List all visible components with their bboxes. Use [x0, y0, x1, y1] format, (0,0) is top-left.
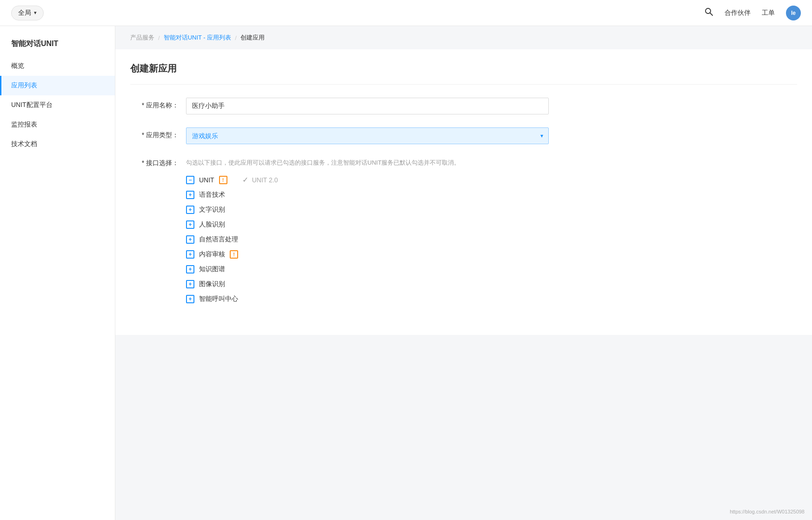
interface-unit-label: UNIT: [199, 176, 214, 184]
plus-icon-face[interactable]: +: [186, 220, 194, 229]
interface-voice-label: 语音技术: [199, 191, 225, 199]
interface-knowledge-label: 知识图谱: [199, 265, 225, 273]
partner-link[interactable]: 合作伙伴: [725, 9, 751, 17]
app-name-label: * 应用名称：: [130, 98, 186, 110]
interface-item-face: + 人脸识别: [186, 220, 549, 229]
app-name-row: * 应用名称：: [130, 98, 797, 114]
create-app-form: 创建新应用 * 应用名称： * 应用类型： 游戏娱乐 教育 金融: [115, 49, 812, 335]
main-content: 产品服务 / 智能对话UNIT - 应用列表 / 创建应用 创建新应用 * 应用…: [115, 26, 812, 520]
sidebar-item-monitor[interactable]: 监控报表: [0, 115, 115, 134]
breadcrumb-product[interactable]: 产品服务: [130, 33, 154, 42]
top-navigation: 全局 ▾ 合作伙伴 工单 Ie: [0, 0, 812, 26]
minus-icon-unit[interactable]: −: [186, 176, 194, 184]
svg-point-0: [706, 8, 711, 13]
interface-item-unit: − UNIT ! ✓ UNIT 2.0: [186, 175, 549, 184]
plus-icon-content[interactable]: +: [186, 250, 194, 259]
interface-item-voice: + 语音技术: [186, 191, 549, 199]
page-layout: 智能对话UNIT 概览 应用列表 UNIT配置平台 监控报表 技术文档 产品服务…: [0, 26, 812, 520]
interface-content-label: 内容审核: [199, 250, 225, 259]
app-name-input[interactable]: [186, 98, 549, 114]
app-type-control: 游戏娱乐 教育 金融 医疗 其他 ▾: [186, 127, 549, 144]
checkmark-icon: ✓: [242, 175, 248, 184]
workorder-link[interactable]: 工单: [762, 9, 775, 17]
interface-description: 勾选以下接口，使此应用可以请求已勾选的接口服务，注意智能对话UNIT服务已默认勾…: [186, 157, 549, 168]
app-type-row: * 应用类型： 游戏娱乐 教育 金融 医疗 其他 ▾: [130, 127, 797, 144]
user-avatar[interactable]: Ie: [786, 6, 801, 20]
chevron-down-icon: ▾: [34, 10, 37, 16]
interface-label: * 接口选择：: [130, 157, 186, 167]
interface-item-callcenter: + 智能呼叫中心: [186, 295, 549, 303]
global-selector[interactable]: 全局 ▾: [11, 6, 44, 20]
interface-item-unit-row: − UNIT ! ✓ UNIT 2.0: [186, 175, 549, 184]
sidebar: 智能对话UNIT 概览 应用列表 UNIT配置平台 监控报表 技术文档: [0, 26, 115, 520]
interface-item-nlp: + 自然语言处理: [186, 235, 549, 244]
sidebar-item-overview[interactable]: 概览: [0, 56, 115, 76]
app-type-select-wrapper: 游戏娱乐 教育 金融 医疗 其他 ▾: [186, 127, 549, 144]
plus-icon-callcenter[interactable]: +: [186, 295, 194, 303]
warning-badge-content: !: [230, 250, 238, 259]
breadcrumb-applist[interactable]: 智能对话UNIT - 应用列表: [164, 33, 232, 42]
interface-unit-20: ✓ UNIT 2.0: [242, 175, 278, 184]
plus-icon-ocr[interactable]: +: [186, 206, 194, 214]
form-title: 创建新应用: [130, 62, 797, 85]
plus-icon-nlp[interactable]: +: [186, 235, 194, 244]
breadcrumb-current: 创建应用: [240, 33, 265, 42]
plus-icon-image[interactable]: +: [186, 280, 194, 288]
interface-list: − UNIT ! ✓ UNIT 2.0: [186, 175, 549, 303]
search-icon[interactable]: [704, 7, 713, 19]
plus-icon-voice[interactable]: +: [186, 191, 194, 199]
interface-nlp-label: 自然语言处理: [199, 235, 238, 244]
breadcrumb-sep-1: /: [158, 34, 160, 41]
app-type-label: * 应用类型：: [130, 127, 186, 140]
interface-row: * 接口选择： 勾选以下接口，使此应用可以请求已勾选的接口服务，注意智能对话UN…: [130, 157, 797, 303]
interface-ocr-label: 文字识别: [199, 206, 225, 214]
interface-item-knowledge: + 知识图谱: [186, 265, 549, 273]
global-label: 全局: [18, 9, 31, 17]
interface-image-label: 图像识别: [199, 280, 225, 288]
sidebar-title: 智能对话UNIT: [0, 35, 115, 56]
svg-line-1: [710, 13, 712, 15]
breadcrumb-sep-2: /: [235, 34, 237, 41]
sidebar-item-applist[interactable]: 应用列表: [0, 76, 115, 95]
app-name-control: [186, 98, 549, 114]
sidebar-item-techdocs[interactable]: 技术文档: [0, 134, 115, 154]
interface-callcenter-label: 智能呼叫中心: [199, 295, 238, 303]
interface-unit-main: − UNIT !: [186, 176, 227, 184]
url-bar: https://blog.csdn.net/W01325098: [730, 509, 805, 514]
interface-item-image: + 图像识别: [186, 280, 549, 288]
unit-20-label: UNIT 2.0: [252, 176, 278, 184]
interface-item-ocr: + 文字识别: [186, 206, 549, 214]
sidebar-item-unitconfig[interactable]: UNIT配置平台: [0, 95, 115, 115]
warning-badge-unit: !: [219, 176, 227, 184]
interface-face-label: 人脸识别: [199, 220, 225, 229]
breadcrumb: 产品服务 / 智能对话UNIT - 应用列表 / 创建应用: [115, 26, 812, 49]
interface-control: 勾选以下接口，使此应用可以请求已勾选的接口服务，注意智能对话UNIT服务已默认勾…: [186, 157, 549, 303]
interface-item-content: + 内容审核 !: [186, 250, 549, 259]
app-type-select[interactable]: 游戏娱乐 教育 金融 医疗 其他: [186, 127, 549, 144]
plus-icon-knowledge[interactable]: +: [186, 265, 194, 273]
